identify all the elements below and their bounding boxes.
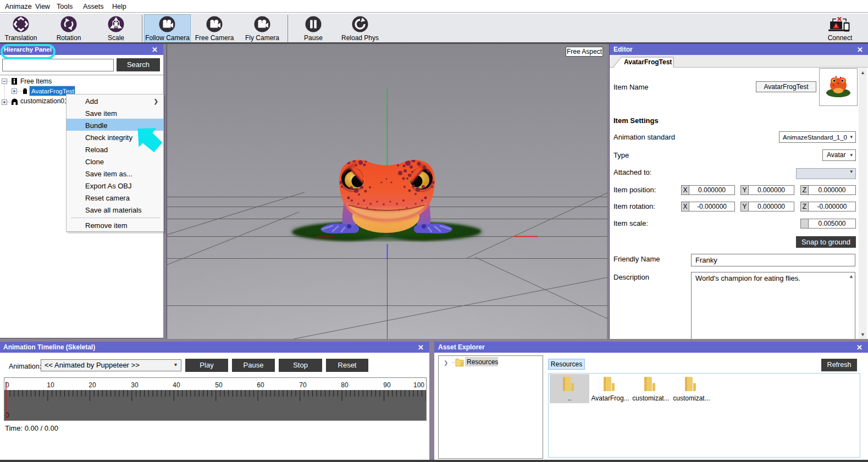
- svg-text:70: 70: [299, 381, 307, 389]
- svg-text:40: 40: [173, 381, 180, 389]
- svg-text:10: 10: [47, 381, 54, 389]
- svg-text:90: 90: [383, 381, 391, 389]
- svg-text:20: 20: [89, 381, 96, 389]
- svg-text:50: 50: [215, 381, 223, 389]
- svg-text:!: !: [836, 24, 837, 28]
- svg-text:80: 80: [341, 381, 349, 389]
- svg-text:100: 100: [413, 381, 424, 389]
- svg-text:60: 60: [257, 381, 264, 389]
- svg-text:30: 30: [131, 381, 139, 389]
